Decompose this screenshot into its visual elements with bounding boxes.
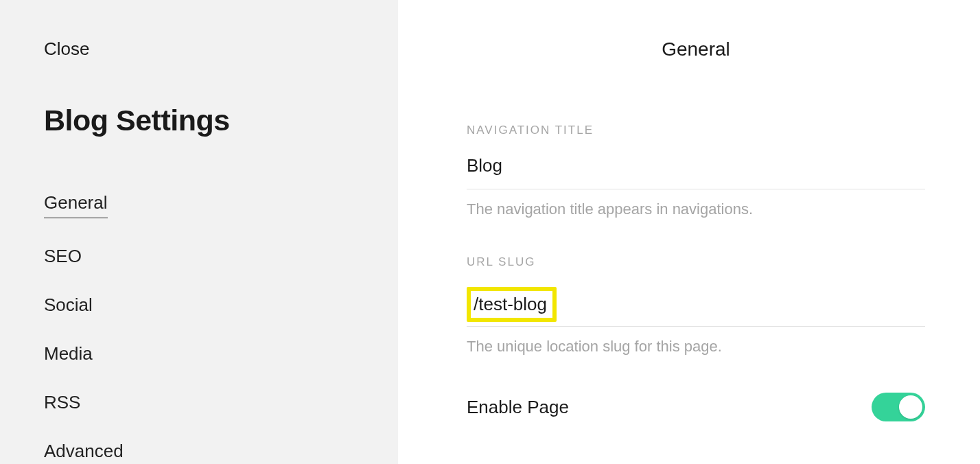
enable-page-toggle[interactable] <box>872 393 925 421</box>
settings-sidebar: Close Blog Settings General SEO Social M… <box>0 0 398 464</box>
url-slug-label: URL SLUG <box>467 255 925 269</box>
sidebar-item-seo[interactable]: SEO <box>44 246 82 267</box>
url-slug-underline <box>467 326 925 327</box>
enable-page-label: Enable Page <box>467 397 569 418</box>
navigation-title-label: NAVIGATION TITLE <box>467 124 925 137</box>
toggle-knob <box>899 395 922 419</box>
main-panel: General NAVIGATION TITLE The navigation … <box>398 0 980 464</box>
url-slug-field: URL SLUG /test-blog The unique location … <box>467 255 925 356</box>
sidebar-item-social[interactable]: Social <box>44 294 93 316</box>
navigation-title-help: The navigation title appears in navigati… <box>467 200 925 218</box>
sidebar-item-media[interactable]: Media <box>44 343 93 364</box>
sidebar-item-advanced[interactable]: Advanced <box>44 441 124 462</box>
url-slug-input[interactable]: /test-blog <box>474 294 547 314</box>
panel-header: General <box>467 38 925 60</box>
close-button[interactable]: Close <box>44 38 89 60</box>
sidebar-item-rss[interactable]: RSS <box>44 392 80 413</box>
navigation-title-field: NAVIGATION TITLE The navigation title ap… <box>467 124 925 218</box>
page-title: Blog Settings <box>44 104 354 137</box>
url-slug-highlight: /test-blog <box>467 287 557 322</box>
enable-page-row: Enable Page <box>467 393 925 421</box>
sidebar-item-general[interactable]: General <box>44 192 108 218</box>
sidebar-nav: General SEO Social Media RSS Advanced <box>44 192 354 464</box>
url-slug-help: The unique location slug for this page. <box>467 338 925 356</box>
navigation-title-input[interactable] <box>467 155 925 189</box>
